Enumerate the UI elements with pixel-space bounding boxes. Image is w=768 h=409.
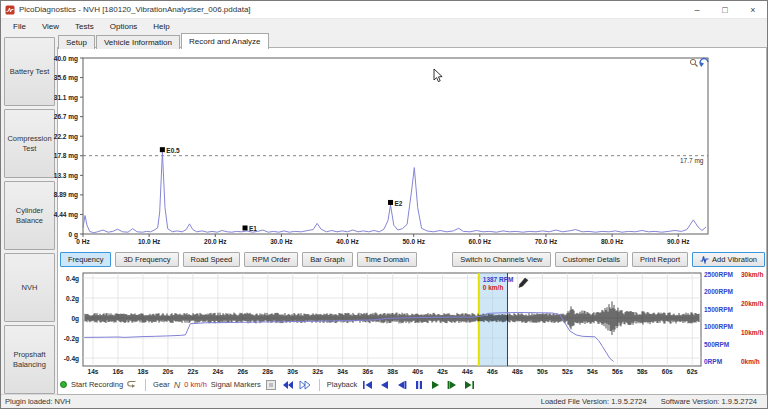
- close-icon[interactable]: ×: [739, 1, 767, 19]
- signal-markers-label: Signal Markers: [211, 380, 261, 389]
- playback-step-forward-button[interactable]: [446, 378, 459, 391]
- maximize-icon[interactable]: □: [711, 1, 739, 19]
- playback-step-back-button[interactable]: [395, 378, 408, 391]
- customer-details-button[interactable]: Customer Details: [555, 252, 629, 267]
- frequency-view-button[interactable]: Frequency: [60, 252, 111, 267]
- previous-marker-button[interactable]: [282, 378, 295, 391]
- tab-vehicle-information[interactable]: Vehicle Information: [96, 35, 180, 49]
- title-bar: PicoDiagnostics - NVH [180120_VibrationA…: [1, 1, 767, 19]
- record-dot-icon: [60, 381, 67, 388]
- playback-play-button[interactable]: [429, 378, 442, 391]
- main-panel: [57, 47, 767, 395]
- speed-readout: 0 km/h: [184, 380, 207, 389]
- add-vibration-button[interactable]: Add Vibration: [692, 252, 765, 267]
- menu-file[interactable]: File: [5, 19, 34, 34]
- sidebar-item-battery-test[interactable]: Battery Test: [4, 37, 55, 106]
- switch-to-channels-view-button[interactable]: Switch to Channels View: [452, 252, 550, 267]
- sidebar-item-compression-test[interactable]: Compression Test: [4, 109, 55, 178]
- sidebar-label: Battery Test: [10, 67, 49, 76]
- time-domain-view-button[interactable]: Time Domain: [357, 252, 417, 267]
- tab-record-and-analyze[interactable]: Record and Analyze: [181, 33, 269, 49]
- loaded-file-version: Loaded File Version: 1.9.5.2724: [541, 397, 647, 406]
- 3d-frequency-view-button[interactable]: 3D Frequency: [115, 252, 178, 267]
- playback-reverse-button[interactable]: [378, 378, 391, 391]
- playback-pause-button[interactable]: [412, 378, 425, 391]
- transport-bar: Start Recording Gear N 0 km/h Signal Mar…: [60, 376, 765, 393]
- sidebar-item-cylinder-balance[interactable]: Cylinder Balance: [4, 181, 55, 250]
- sidebar-label: Cylinder Balance: [7, 206, 52, 225]
- next-marker-button[interactable]: [299, 378, 312, 391]
- tab-strip: Setup Vehicle Information Record and Ana…: [58, 32, 270, 49]
- tab-setup[interactable]: Setup: [58, 35, 95, 49]
- loop-arrow-icon[interactable]: [127, 379, 138, 390]
- bar-graph-view-button[interactable]: Bar Graph: [302, 252, 353, 267]
- sidebar-label: Compression Test: [7, 134, 52, 153]
- print-report-button[interactable]: Print Report: [632, 252, 688, 267]
- separator: [319, 379, 320, 391]
- add-vibration-icon: [700, 255, 709, 264]
- gear-indicator: N: [174, 380, 181, 390]
- plugin-status: Plugin loaded: NVH: [1, 397, 70, 406]
- rpm-order-view-button[interactable]: RPM Order: [244, 252, 298, 267]
- separator: [145, 379, 146, 391]
- minimize-icon[interactable]: –: [683, 1, 711, 19]
- gear-label: Gear: [153, 380, 170, 389]
- sidebar-item-nvh[interactable]: NVH: [4, 253, 55, 322]
- app-icon: [5, 5, 15, 15]
- add-vibration-label: Add Vibration: [712, 255, 757, 264]
- status-bar: Plugin loaded: NVH Loaded File Version: …: [1, 394, 767, 408]
- start-recording-button[interactable]: Start Recording: [71, 380, 123, 389]
- road-speed-view-button[interactable]: Road Speed: [183, 252, 241, 267]
- app-window: PicoDiagnostics - NVH [180120_VibrationA…: [0, 0, 768, 409]
- software-version: Software Version: 1.9.5.2724: [661, 397, 757, 406]
- marker-add-button[interactable]: [265, 378, 278, 391]
- playback-label: Playback: [327, 380, 357, 389]
- sidebar-label: Propshaft Balancing: [7, 350, 52, 369]
- sidebar-label: NVH: [22, 283, 38, 292]
- playback-skip-start-button[interactable]: [361, 378, 374, 391]
- window-title: PicoDiagnostics - NVH [180120_VibrationA…: [19, 5, 251, 14]
- playback-skip-end-button[interactable]: [463, 378, 476, 391]
- view-bar: Frequency 3D Frequency Road Speed RPM Or…: [60, 251, 765, 268]
- sidebar-item-propshaft-balancing[interactable]: Propshaft Balancing: [4, 325, 55, 394]
